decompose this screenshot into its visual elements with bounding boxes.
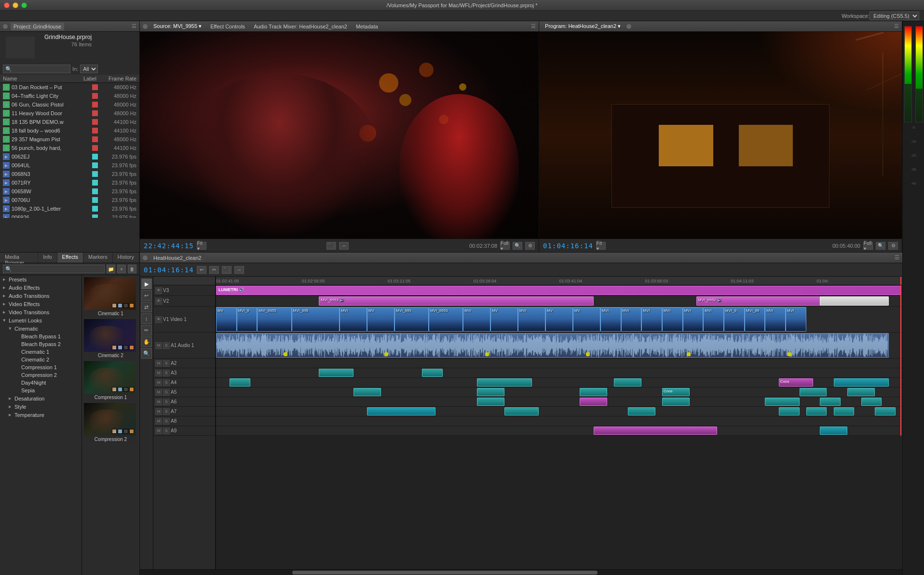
tool-hand[interactable]: ✋ — [141, 336, 152, 347]
video-clip-v1[interactable]: MVI_99 — [745, 307, 765, 332]
audio-clip-a1[interactable] — [216, 333, 889, 358]
audio-clip-a4[interactable] — [477, 378, 532, 387]
effects-tree-item[interactable]: ▸Video Transitions — [0, 308, 82, 316]
effects-tree-item[interactable]: ▸Style — [0, 402, 82, 411]
tool-ripple[interactable]: ⇄ — [141, 302, 152, 312]
track-solo-a6[interactable]: S — [163, 399, 170, 405]
lumetri-clip[interactable]: LUMETRI 🔊 — [216, 286, 901, 295]
video-clip-v1[interactable]: MVI_9955 — [257, 307, 291, 332]
effect-thumbnail-card[interactable]: Cinematic 1 — [84, 277, 137, 317]
audio-clip-a6[interactable] — [765, 398, 799, 406]
effects-search-input[interactable] — [3, 265, 105, 273]
track-mute-a9[interactable]: M — [155, 428, 162, 434]
program-full-select[interactable]: Full ▾ — [863, 242, 873, 250]
audio-clip-a6[interactable] — [477, 398, 504, 406]
file-item[interactable]: ♪18 135 BPM DEMO.w44100 Hz — [0, 118, 139, 126]
program-monitor-close[interactable] — [626, 24, 631, 29]
minimize-button[interactable] — [13, 2, 18, 8]
tab-markers[interactable]: Markers — [83, 253, 113, 263]
audio-clip-a7[interactable] — [628, 407, 655, 415]
effect-thumbnail-card[interactable]: Compression 2 — [84, 403, 137, 443]
source-monitor-menu[interactable]: ☰ — [531, 23, 536, 29]
timeline-close[interactable] — [143, 255, 148, 260]
workspace-select[interactable]: Editing (CS5.5) — [870, 12, 919, 20]
video-clip-v2[interactable] — [820, 296, 888, 306]
program-timecode[interactable]: 01:04:16:14 — [543, 242, 593, 250]
source-fit-select[interactable]: Fit ▾ — [197, 242, 206, 250]
tool-razor[interactable]: ↩ — [141, 290, 152, 301]
file-item[interactable]: ♪03 Dan Rockett – Put48000 Hz — [0, 83, 139, 92]
video-clip-v1[interactable]: MV — [573, 307, 600, 332]
audio-clip-a7[interactable] — [504, 407, 539, 415]
program-fit-select[interactable]: Fit ▾ — [596, 242, 606, 250]
effects-tree-item[interactable]: ▸Temperature — [0, 411, 82, 419]
video-clip-v1[interactable]: MVI — [340, 307, 367, 332]
effects-tree-item[interactable]: Bleach Bypass 1 — [0, 333, 82, 340]
program-safe-btn[interactable]: ⚙ — [888, 242, 898, 250]
tl-tool3[interactable]: ⬛ — [222, 266, 231, 274]
video-clip-v1[interactable]: MVI_995 — [394, 307, 429, 332]
track-mute-a8[interactable]: M — [155, 418, 162, 425]
audio-clip-a6[interactable] — [861, 398, 882, 406]
tl-tool2[interactable]: ✂ — [209, 266, 219, 274]
audio-clip-a7[interactable] — [779, 407, 800, 415]
source-overwrite-btn[interactable]: ↔ — [339, 242, 349, 250]
effects-tree-item[interactable]: ▸Presets — [0, 275, 82, 283]
audio-clip-a6[interactable] — [580, 398, 607, 406]
track-mute-a5[interactable]: M — [155, 389, 162, 396]
video-clip-v1[interactable]: MVI_9953 — [429, 307, 463, 332]
project-tab[interactable]: Project: GrindHouse — [11, 23, 64, 30]
timeline-timecode[interactable]: 01:04:16:14 — [144, 266, 194, 274]
effects-tree-item[interactable]: Day4Night — [0, 379, 82, 387]
file-item[interactable]: ♪11 Heavy Wood Door48000 Hz — [0, 109, 139, 118]
source-safe-zones-btn[interactable]: ⚙ — [525, 242, 535, 250]
audio-clip-a3[interactable] — [422, 369, 443, 377]
effects-tree-item[interactable]: ▾Cinematic — [0, 324, 82, 333]
video-clip-v1[interactable]: MVI — [703, 307, 724, 332]
audio-clip-a7[interactable] — [834, 407, 855, 415]
audio-clip-a4[interactable] — [230, 378, 250, 387]
effects-tree-item[interactable]: ▾Lumetri Looks — [0, 316, 82, 324]
source-tab-metadata[interactable]: Metadata — [353, 23, 381, 30]
track-visibility-v2[interactable]: 👁 — [155, 298, 162, 305]
audio-clip-a5[interactable] — [800, 388, 827, 396]
audio-clip-a7[interactable] — [875, 407, 896, 415]
audio-clip-a4[interactable] — [834, 378, 889, 387]
audio-clip-a6[interactable] — [820, 398, 841, 406]
source-monitor-close[interactable] — [143, 24, 148, 29]
tab-info[interactable]: Info — [38, 253, 57, 263]
sequence-tab[interactable]: HeatHouse2_clean2 — [149, 254, 205, 262]
effects-tree-item[interactable]: ▸Audio Effects — [0, 283, 82, 292]
file-item[interactable]: ▶1080p_2.00-1_Letter23.976 fps — [0, 204, 139, 213]
effects-tree-item[interactable]: Cinematic 1 — [0, 348, 82, 356]
tab-history[interactable]: History — [113, 253, 139, 263]
source-settings-btn[interactable]: 🔍 — [513, 242, 522, 250]
video-clip-v1[interactable]: MVI — [662, 307, 683, 332]
effects-tree-item[interactable]: Bleach Bypass 2 — [0, 340, 82, 348]
audio-clip-a3[interactable] — [319, 369, 353, 377]
file-item[interactable]: ▶0068N323.976 fps — [0, 170, 139, 178]
effects-tree-item[interactable]: Sepia — [0, 387, 82, 394]
file-item[interactable]: ♪04–Traffic Light City48000 Hz — [0, 92, 139, 100]
file-item[interactable]: ▶0071RY23.976 fps — [0, 178, 139, 187]
audio-clip-a9[interactable] — [594, 427, 717, 435]
timeline-menu[interactable]: ☰ — [895, 254, 899, 261]
tl-tool1[interactable]: ↩ — [197, 266, 206, 274]
delete-btn[interactable]: 🗑 — [128, 265, 136, 273]
file-item[interactable]: ♪29 357 Magnum Pist48000 Hz — [0, 135, 139, 144]
audio-clip-a7[interactable] — [806, 407, 827, 415]
audio-clip-a4[interactable]: Cons — [779, 378, 813, 387]
effect-thumbnail-card[interactable]: Compression 1 — [84, 361, 137, 401]
video-clip-v1[interactable]: MVI — [621, 307, 642, 332]
file-item[interactable]: ▶00706U23.976 fps — [0, 196, 139, 204]
track-mute-a2[interactable]: M — [155, 360, 162, 367]
video-clip-v1[interactable]: MVI_9 — [724, 307, 745, 332]
video-clip-v1[interactable]: MVI_9 — [237, 307, 258, 332]
effects-tree-item[interactable]: Compression 2 — [0, 371, 82, 379]
audio-clip-a5[interactable] — [477, 388, 504, 396]
file-item[interactable]: ♪06 Gun, Classic Pistol48000 Hz — [0, 100, 139, 109]
audio-clip-a7[interactable] — [367, 407, 435, 415]
new-folder-btn[interactable]: 📁 — [107, 265, 115, 273]
project-menu-btn[interactable]: ☰ — [132, 23, 136, 29]
source-full-select[interactable]: Full ▾ — [500, 242, 510, 250]
